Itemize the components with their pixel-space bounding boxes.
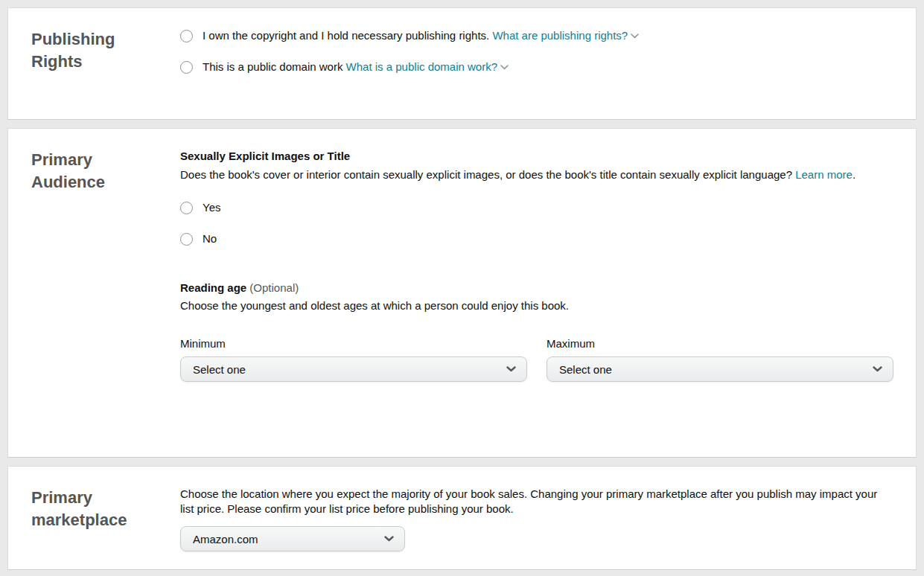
primary-audience-content: Sexually Explicit Images or Title Does t… (180, 149, 893, 457)
primary-marketplace-content: Choose the location where you expect the… (180, 487, 893, 569)
learn-more-suffix: . (853, 168, 856, 181)
maximum-age-select[interactable]: Select one (547, 356, 893, 382)
section-publishing-rights: Publishing Rights I own the copyright an… (7, 7, 917, 120)
radio-own-copyright[interactable] (180, 30, 193, 42)
reading-age-title-text: Reading age (180, 281, 246, 294)
maximum-age-label: Maximum (547, 337, 893, 351)
radio-explicit-no[interactable] (180, 233, 193, 246)
what-are-publishing-rights-link[interactable]: What are publishing rights? (492, 29, 628, 42)
chevron-down-icon (384, 536, 394, 542)
publishing-rights-heading: Publishing Rights (31, 28, 150, 73)
minimum-age-column: Minimum Select one (180, 337, 527, 382)
radio-row-explicit-no[interactable]: No (180, 231, 893, 246)
minimum-age-select-value: Select one (193, 363, 246, 376)
public-domain-text[interactable]: This is a public domain work (203, 60, 342, 73)
reading-age-title: Reading age (Optional) (180, 281, 893, 295)
minimum-age-select[interactable]: Select one (180, 356, 527, 382)
explicit-description-text: Does the book's cover or interior contai… (180, 168, 792, 181)
reading-age-block: Reading age (Optional) Choose the younge… (180, 281, 893, 382)
reading-age-optional-tag: (Optional) (249, 281, 299, 294)
primary-audience-heading: Primary Audience (31, 149, 150, 193)
publishing-rights-content: I own the copyright and I hold necessary… (180, 28, 893, 119)
radio-public-domain-label: This is a public domain work What is a p… (203, 60, 509, 74)
radio-explicit-yes[interactable] (180, 202, 193, 214)
radio-explicit-yes-label[interactable]: Yes (203, 200, 220, 215)
chevron-down-icon[interactable] (631, 33, 639, 39)
section-primary-audience: Primary Audience Sexually Explicit Image… (7, 128, 917, 458)
primary-marketplace-description: Choose the location where you expect the… (180, 487, 893, 516)
section-primary-marketplace: Primary marketplace Choose the location … (7, 466, 917, 570)
reading-age-dropdowns: Minimum Select one Maximum Select one (180, 337, 893, 382)
maximum-age-select-value: Select one (559, 363, 612, 376)
maximum-age-column: Maximum Select one (547, 337, 893, 382)
primary-audience-heading-column: Primary Audience (31, 149, 180, 457)
own-copyright-text[interactable]: I own the copyright and I hold necessary… (203, 29, 489, 42)
what-is-public-domain-link[interactable]: What is a public domain work? (346, 60, 497, 73)
explicit-content-description: Does the book's cover or interior contai… (180, 167, 893, 182)
radio-own-copyright-label: I own the copyright and I hold necessary… (203, 28, 639, 43)
primary-marketplace-select-value: Amazon.com (193, 533, 258, 545)
radio-row-own-copyright[interactable]: I own the copyright and I hold necessary… (180, 28, 893, 43)
explicit-options: Yes No (180, 200, 893, 246)
primary-marketplace-heading: Primary marketplace (31, 487, 150, 531)
chevron-down-icon[interactable] (500, 65, 509, 70)
chevron-down-icon (873, 366, 882, 372)
primary-marketplace-select[interactable]: Amazon.com (180, 526, 405, 551)
reading-age-description: Choose the youngest and oldest ages at w… (180, 298, 893, 313)
chevron-down-icon (506, 366, 516, 372)
kdp-book-details-page: Publishing Rights I own the copyright an… (0, 0, 924, 576)
radio-explicit-no-label[interactable]: No (203, 231, 217, 246)
radio-row-explicit-yes[interactable]: Yes (180, 200, 893, 215)
publishing-rights-heading-column: Publishing Rights (31, 28, 180, 119)
primary-marketplace-heading-column: Primary marketplace (31, 487, 180, 569)
minimum-age-label: Minimum (180, 337, 527, 351)
radio-public-domain[interactable] (180, 61, 193, 74)
radio-row-public-domain[interactable]: This is a public domain work What is a p… (180, 60, 893, 74)
explicit-content-title: Sexually Explicit Images or Title (180, 149, 893, 164)
learn-more-link[interactable]: Learn more (795, 168, 853, 181)
